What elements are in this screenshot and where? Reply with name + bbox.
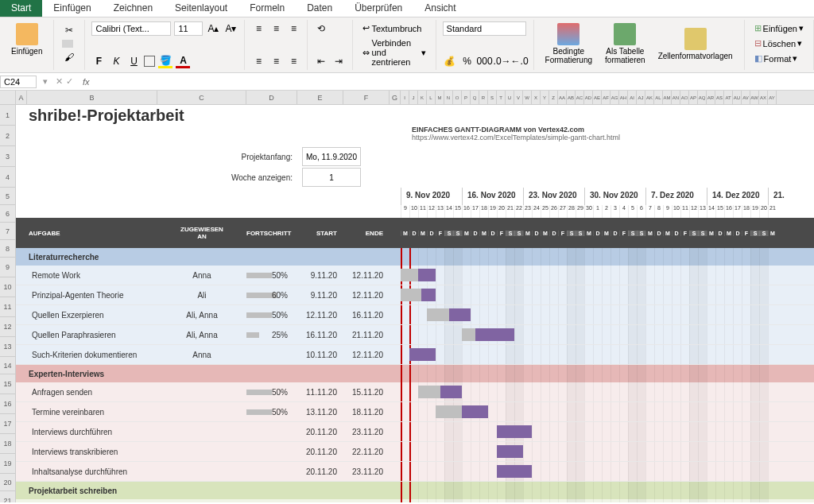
col-header-AW[interactable]: AW [750, 91, 759, 104]
row-header[interactable]: 15 [0, 374, 15, 394]
col-header-AN[interactable]: AN [672, 91, 680, 104]
col-header-AS[interactable]: AS [715, 91, 724, 104]
indent-decrease-icon[interactable]: ⇤ [314, 54, 328, 68]
indent-increase-icon[interactable]: ⇥ [331, 54, 346, 68]
row-header[interactable]: 2 [0, 126, 15, 146]
cancel-icon[interactable]: ✕ [56, 76, 63, 87]
col-header-AQ[interactable]: AQ [698, 91, 707, 104]
col-header-U[interactable]: U [506, 91, 514, 104]
copy-icon[interactable] [62, 40, 73, 48]
col-header-Q[interactable]: Q [471, 91, 479, 104]
col-header-T[interactable]: T [497, 91, 506, 104]
task-row[interactable]: Interview-Ergebnisse berichten24.11.2029… [16, 499, 814, 502]
conditional-formatting-button[interactable]: Bedingte Formatierung [541, 21, 597, 66]
col-header-AH[interactable]: AH [619, 91, 628, 104]
delete-cells-button[interactable]: ⊟Löschen▾ [751, 37, 807, 50]
italic-button[interactable]: K [109, 54, 123, 68]
currency-icon[interactable]: 💰 [443, 54, 457, 68]
col-header-Z[interactable]: Z [549, 91, 558, 104]
col-header-L[interactable]: L [427, 91, 436, 104]
col-header-A[interactable]: A [16, 91, 27, 104]
task-row[interactable]: Quellen ParaphrasierenAli, Anna25%16.11.… [16, 325, 814, 345]
align-left-icon[interactable]: ≡ [251, 54, 266, 68]
col-header-AA[interactable]: AA [558, 91, 567, 104]
col-header-O[interactable]: O [453, 91, 462, 104]
row-header[interactable]: 1 [0, 105, 15, 126]
col-header-AM[interactable]: AM [663, 91, 672, 104]
col-header-AI[interactable]: AI [628, 91, 637, 104]
col-header-AC[interactable]: AC [576, 91, 584, 104]
col-header-AJ[interactable]: AJ [637, 91, 645, 104]
enter-icon[interactable]: ✓ [66, 76, 73, 87]
col-header-X[interactable]: X [532, 91, 541, 104]
merge-button[interactable]: ⇔ Verbinden und zentrieren ▾ [359, 37, 428, 68]
col-header-G[interactable]: G [390, 91, 401, 104]
cut-icon[interactable]: ✂ [62, 23, 76, 37]
increase-decimal-icon[interactable]: .0→ [495, 54, 510, 68]
row-header[interactable]: 9 [0, 258, 15, 277]
number-format-select[interactable] [443, 21, 526, 36]
col-header-W[interactable]: W [523, 91, 532, 104]
font-name-select[interactable] [91, 21, 171, 36]
row-header[interactable]: 10 [0, 277, 15, 297]
row-header[interactable]: 3 [0, 146, 15, 167]
decrease-font-icon[interactable]: A▾ [223, 21, 238, 36]
underline-button[interactable]: U [126, 54, 141, 68]
align-middle-icon[interactable]: ≡ [269, 21, 283, 36]
row-header[interactable]: 5 [0, 188, 15, 205]
row-header[interactable]: 7 [0, 223, 15, 240]
col-header-D[interactable]: D [246, 91, 297, 104]
task-row[interactable]: Termine vereinbaren50%13.11.2018.11.20 [16, 402, 814, 422]
task-row[interactable]: Interviews durchführen20.11.2023.11.20 [16, 422, 814, 442]
col-header-AK[interactable]: AK [645, 91, 654, 104]
row-header[interactable]: 20 [0, 474, 15, 491]
comma-icon[interactable]: 000 [478, 54, 492, 68]
col-header-C[interactable]: C [157, 91, 246, 104]
row-header[interactable]: 19 [0, 454, 15, 474]
row-header[interactable]: 8 [0, 240, 15, 258]
col-header-AT[interactable]: AT [724, 91, 733, 104]
col-header-AG[interactable]: AG [610, 91, 619, 104]
ribbon-tab-ansicht[interactable]: Ansicht [413, 0, 467, 17]
align-right-icon[interactable]: ≡ [286, 54, 300, 68]
format-painter-icon[interactable]: 🖌 [62, 50, 76, 64]
row-header[interactable]: 14 [0, 357, 15, 374]
task-row[interactable]: Prinzipal-Agenten TheorieAli60%9.11.2012… [16, 285, 814, 305]
paste-button[interactable]: Einfügen [6, 21, 47, 57]
task-row[interactable]: Inhaltsanalyse durchführen20.11.2023.11.… [16, 462, 814, 482]
col-header-AF[interactable]: AF [602, 91, 610, 104]
row-header[interactable]: 6 [0, 205, 15, 223]
task-row[interactable]: Quellen ExzerpierenAli, Anna50%12.11.201… [16, 305, 814, 325]
align-bottom-icon[interactable]: ≡ [286, 21, 300, 36]
decrease-decimal-icon[interactable]: ←.0 [513, 54, 527, 68]
align-center-icon[interactable]: ≡ [269, 54, 283, 68]
border-icon[interactable] [144, 56, 155, 67]
fill-color-icon[interactable]: 🪣 [158, 54, 172, 68]
col-header-AX[interactable]: AX [759, 91, 768, 104]
spreadsheet-grid[interactable]: 12345678910111213141516171819202122 ABCD… [0, 91, 814, 502]
increase-font-icon[interactable]: A▴ [206, 21, 220, 36]
row-header[interactable]: 13 [0, 337, 15, 357]
format-as-table-button[interactable]: Als Tabelle formatieren [600, 21, 650, 66]
col-header-J[interactable]: J [409, 91, 418, 104]
col-header-R[interactable]: R [479, 91, 488, 104]
col-header-AD[interactable]: AD [584, 91, 593, 104]
task-row[interactable]: Anfragen senden50%11.11.2015.11.20 [16, 382, 814, 402]
percent-icon[interactable]: % [460, 54, 475, 68]
row-header[interactable]: 4 [0, 167, 15, 188]
col-header-B[interactable]: B [27, 91, 157, 104]
row-header[interactable]: 17 [0, 414, 15, 434]
ribbon-tab-überprüfen[interactable]: Überprüfen [343, 0, 413, 17]
bold-button[interactable]: F [91, 54, 106, 68]
format-cells-button[interactable]: ◧Format▾ [751, 52, 807, 65]
row-header[interactable]: 18 [0, 434, 15, 454]
col-header-AU[interactable]: AU [733, 91, 742, 104]
ribbon-tab-formeln[interactable]: Formeln [238, 0, 296, 17]
col-header-I[interactable]: I [401, 91, 409, 104]
cell-styles-button[interactable]: Zellenformatvorlagen [653, 26, 738, 62]
font-color-icon[interactable]: A [176, 54, 190, 68]
col-header-M[interactable]: M [436, 91, 444, 104]
col-header-F[interactable]: F [343, 91, 390, 104]
wrap-text-button[interactable]: ↩ Textumbruch [359, 21, 428, 35]
task-row[interactable]: Interviews transkribieren20.11.2022.11.2… [16, 442, 814, 462]
